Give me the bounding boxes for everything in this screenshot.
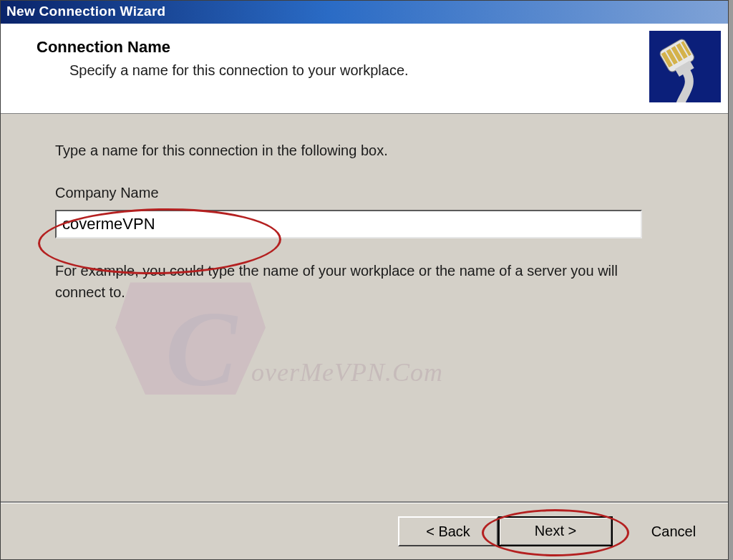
- next-button[interactable]: Next >: [498, 516, 613, 546]
- page-title: Connection Name: [37, 38, 170, 57]
- window-title: New Connection Wizard: [6, 4, 166, 19]
- company-name-input[interactable]: [55, 210, 642, 238]
- page-subtitle: Specify a name for this connection to yo…: [69, 62, 409, 79]
- window-edge-shadow: [729, 0, 733, 560]
- company-name-field-wrap: [55, 210, 674, 238]
- titlebar[interactable]: New Connection Wizard: [1, 1, 728, 24]
- watermark-text: overMeVPN.Com: [251, 357, 443, 387]
- wizard-header: Connection Name Specify a name for this …: [1, 24, 728, 114]
- example-text: For example, you could type the name of …: [55, 260, 656, 303]
- back-button[interactable]: < Back: [398, 516, 498, 546]
- wizard-window: New Connection Wizard Connection Name Sp…: [0, 0, 729, 560]
- cancel-button[interactable]: Cancel: [634, 516, 713, 546]
- connection-cable-icon: [649, 31, 721, 102]
- wizard-body: C overMeVPN.Com Type a name for this con…: [1, 114, 728, 303]
- instruction-text: Type a name for this connection in the f…: [55, 143, 674, 159]
- wizard-footer: < Back Next > Cancel: [1, 503, 728, 559]
- company-name-label: Company Name: [55, 185, 674, 201]
